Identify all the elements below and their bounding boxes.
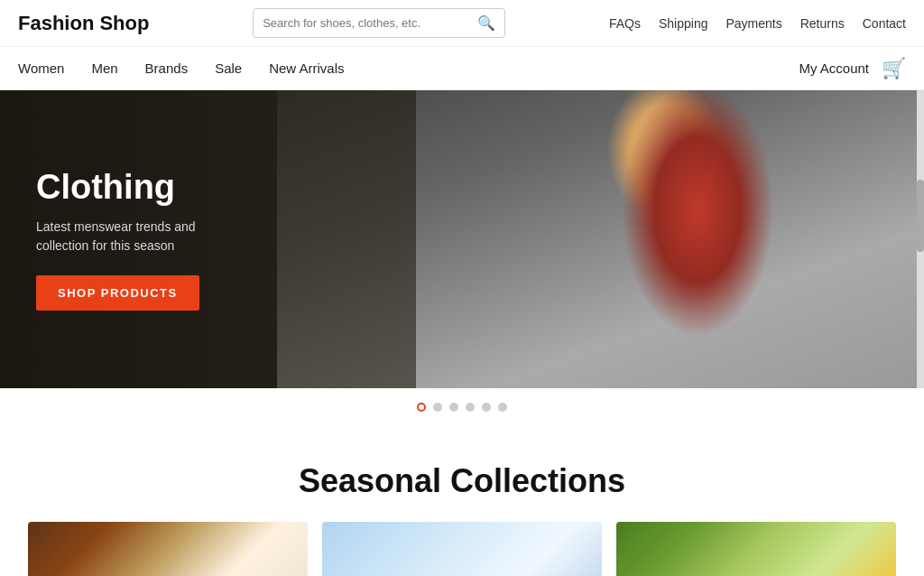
hero-overlay: Clothing Latest menswear trends and coll…: [0, 90, 416, 388]
slider-scrollbar-thumb: [917, 180, 924, 252]
seasonal-card-3[interactable]: [616, 522, 896, 576]
top-nav-contact[interactable]: Contact: [863, 16, 906, 31]
slider-scrollbar[interactable]: [917, 90, 924, 388]
seasonal-section: Seasonal Collections: [0, 426, 924, 576]
top-nav-links: FAQs Shipping Payments Returns Contact: [609, 16, 906, 31]
slider-dot-4[interactable]: [466, 403, 475, 412]
hero-title: Clothing: [36, 168, 380, 207]
nav-men[interactable]: Men: [91, 60, 117, 76]
main-nav-right: My Account 🛒: [799, 57, 906, 80]
top-nav-payments[interactable]: Payments: [725, 16, 781, 31]
main-nav-left: Women Men Brands Sale New Arrivals: [18, 60, 345, 76]
hero-subtitle: Latest menswear trends and collection fo…: [36, 218, 235, 255]
search-bar: 🔍: [253, 8, 505, 38]
top-nav-shipping[interactable]: Shipping: [659, 16, 708, 31]
search-button[interactable]: 🔍: [477, 14, 495, 32]
hero-cta-button[interactable]: SHOP PRODUCTS: [36, 275, 199, 311]
seasonal-card-2[interactable]: [322, 522, 602, 576]
top-bar: Fashion Shop 🔍 FAQs Shipping Payments Re…: [0, 0, 924, 47]
hero-banner: Clothing Latest menswear trends and coll…: [0, 90, 924, 388]
cart-icon[interactable]: 🛒: [882, 57, 906, 80]
nav-women[interactable]: Women: [18, 60, 64, 76]
nav-brands[interactable]: Brands: [145, 60, 189, 76]
slider-dots: [0, 388, 924, 426]
top-nav-faqs[interactable]: FAQs: [609, 16, 641, 31]
nav-sale[interactable]: Sale: [215, 60, 242, 76]
slider-dot-3[interactable]: [449, 403, 458, 412]
search-input[interactable]: [263, 16, 477, 30]
slider-dot-1[interactable]: [417, 403, 426, 412]
seasonal-grid: [18, 522, 906, 576]
search-icon: 🔍: [477, 15, 495, 31]
seasonal-title: Seasonal Collections: [18, 462, 906, 500]
seasonal-card-1[interactable]: [28, 522, 308, 576]
my-account-link[interactable]: My Account: [799, 60, 869, 76]
brand-logo: Fashion Shop: [18, 12, 149, 35]
slider-dot-5[interactable]: [482, 403, 491, 412]
main-nav: Women Men Brands Sale New Arrivals My Ac…: [0, 47, 924, 90]
slider-dot-2[interactable]: [433, 403, 442, 412]
slider-dot-6[interactable]: [498, 403, 507, 412]
nav-new-arrivals[interactable]: New Arrivals: [269, 60, 344, 76]
top-nav-returns[interactable]: Returns: [800, 16, 845, 31]
